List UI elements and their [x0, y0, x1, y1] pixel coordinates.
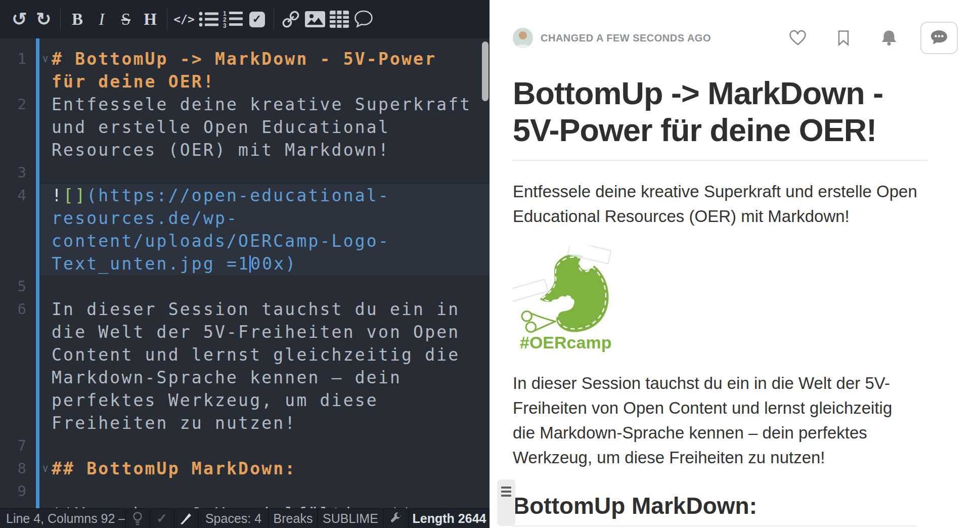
italic-button[interactable]: I: [90, 5, 114, 33]
unordered-list-icon: [198, 11, 218, 28]
editor-statusbar: Line 4, Columns 92 — 21 ✓ Spaces: 4 Brea…: [0, 508, 489, 528]
heading-icon: H: [144, 10, 157, 29]
fold-chevron-icon[interactable]: ∨: [30, 48, 52, 70]
toolbar-divider: [60, 9, 61, 30]
syntax-link: (https://open-educational-resources.de/w…: [52, 186, 390, 274]
code-line-text: [52, 480, 489, 503]
paintbrush-icon: [179, 511, 193, 525]
editor-line[interactable]: 1∨# BottomUp -> MarkDown - 5V-Power für …: [0, 48, 489, 93]
section-heading: BottomUp MarkDown:: [513, 492, 917, 526]
link-icon: [281, 9, 301, 29]
code-editor[interactable]: 1∨# BottomUp -> MarkDown - 5V-Power für …: [0, 38, 489, 508]
ordered-list-button[interactable]: 1 2 3: [220, 5, 245, 33]
line-number: 9: [0, 480, 30, 503]
ordered-list-icon: 1 2 3: [222, 10, 243, 28]
scissors-icon: [522, 312, 555, 332]
code-line-text: [52, 434, 489, 457]
comment-icon: [353, 10, 374, 29]
line-number: 8: [0, 457, 30, 480]
oercamp-logo: #OERcamp: [513, 246, 624, 353]
editor-toolbar: ↺ ↻ B I S H </> 1 2 3: [0, 0, 489, 38]
task-list-icon: ✓: [249, 12, 265, 27]
editor-line[interactable]: 5: [0, 275, 489, 298]
editor-line[interactable]: 2Entfessele deine kreative Superkraft un…: [0, 93, 489, 161]
editor-line[interactable]: 4![](https://open-educational-resources.…: [0, 184, 489, 275]
undo-icon: ↺: [12, 10, 27, 28]
svg-text:3: 3: [223, 22, 227, 28]
redo-icon: ↻: [36, 10, 51, 28]
code-line-text: In dieser Session tauchst du ein in die …: [52, 298, 489, 434]
linebreak-setting[interactable]: Breaks: [268, 509, 317, 528]
comment-button[interactable]: [351, 5, 376, 33]
code-line-text: [52, 275, 489, 298]
table-button[interactable]: [327, 5, 351, 33]
syntax-heading: # BottomUp -> MarkDown - 5V-Power für de…: [52, 49, 448, 92]
syntax-link: 00x): [250, 254, 297, 274]
unordered-list-button[interactable]: [196, 5, 220, 33]
editor-line[interactable]: 9: [0, 480, 489, 503]
cursor-position: Line 4, Columns 92 — 21: [0, 509, 125, 528]
document-length: Length 2644: [408, 509, 489, 528]
bold-button[interactable]: B: [65, 5, 90, 33]
line-number: 10: [0, 503, 30, 508]
preview-pane: CHANGED A FEW SECONDS AGO: [489, 0, 980, 528]
editor-line[interactable]: 3: [0, 161, 489, 184]
grip-icon: [501, 487, 511, 489]
syntax-text: **Verwahren & Vervielfältigen**: [52, 504, 413, 508]
keymap-setting[interactable]: SUBLIME: [317, 509, 383, 528]
format-button[interactable]: [173, 509, 198, 528]
code-button[interactable]: </>: [172, 5, 196, 33]
check-icon: ✓: [156, 511, 167, 526]
task-list-button[interactable]: ✓: [245, 5, 269, 33]
code-line-text: Entfessele deine kreative Superkraft und…: [52, 93, 489, 161]
line-number: 7: [0, 434, 30, 457]
hint-button[interactable]: [125, 509, 149, 528]
document-title: BottomUp -> MarkDown - 5V-Power für dein…: [513, 75, 927, 161]
app-window: ↺ ↻ B I S H </> 1 2 3: [0, 0, 980, 528]
italic-icon: I: [99, 10, 105, 29]
table-icon: [330, 11, 349, 28]
line-number: 5: [0, 275, 30, 298]
undo-button[interactable]: ↺: [7, 5, 31, 33]
bold-icon: B: [72, 10, 83, 29]
indent-setting[interactable]: Spaces: 4: [198, 509, 268, 528]
editor-pane: ↺ ↻ B I S H </> 1 2 3: [0, 0, 489, 528]
rendered-markdown: BottomUp -> MarkDown - 5V-Power für dein…: [513, 0, 927, 526]
chat-bubble-icon: [929, 29, 949, 47]
editor-lines: 1∨# BottomUp -> MarkDown - 5V-Power für …: [0, 48, 489, 508]
line-number: 1: [0, 48, 30, 70]
logo-caption: #OERcamp: [520, 333, 624, 353]
editor-line[interactable]: 10**Verwahren & Vervielfältigen**: [0, 503, 489, 508]
code-line-text: **Verwahren & Vervielfältigen**: [52, 503, 489, 508]
editor-line[interactable]: 6In dieser Session tauchst du ein in die…: [0, 298, 489, 434]
syntax-text: Entfessele deine kreative Superkraft und…: [52, 95, 483, 160]
line-number: 4: [0, 184, 30, 207]
editor-line[interactable]: 7: [0, 434, 489, 457]
code-line-text: ![](https://open-educational-resources.d…: [52, 184, 489, 275]
toolbar-divider: [274, 9, 274, 30]
syntax-heading: ## BottomUp MarkDown:: [52, 459, 296, 478]
intro-paragraph: Entfessele deine kreative Superkraft und…: [513, 179, 917, 229]
wrench-icon: [389, 512, 403, 525]
heading-button[interactable]: H: [138, 5, 162, 33]
line-number: 3: [0, 161, 30, 184]
redo-button[interactable]: ↻: [31, 5, 56, 33]
preferences-button[interactable]: [383, 509, 408, 528]
strikethrough-button[interactable]: S: [114, 5, 138, 33]
line-number: 6: [0, 298, 30, 321]
spellcheck-button[interactable]: ✓: [149, 509, 173, 528]
syntax-text: In dieser Session tauchst du ein in die …: [52, 299, 471, 433]
image-button[interactable]: [303, 5, 327, 33]
code-line-text: [52, 161, 489, 184]
image-icon: [305, 11, 325, 28]
link-button[interactable]: [279, 5, 303, 33]
split-handle[interactable]: [497, 479, 515, 526]
code-line-text: ## BottomUp MarkDown:: [52, 457, 489, 480]
toolbar-divider: [167, 9, 167, 30]
syntax-bracket: []: [63, 186, 86, 205]
fold-chevron-icon[interactable]: ∨: [30, 457, 52, 480]
session-paragraph: In dieser Session tauchst du ein in die …: [513, 371, 917, 470]
syntax-plain: !: [52, 186, 63, 205]
editor-line[interactable]: 8∨## BottomUp MarkDown:: [0, 457, 489, 480]
code-line-text: # BottomUp -> MarkDown - 5V-Power für de…: [52, 48, 489, 93]
